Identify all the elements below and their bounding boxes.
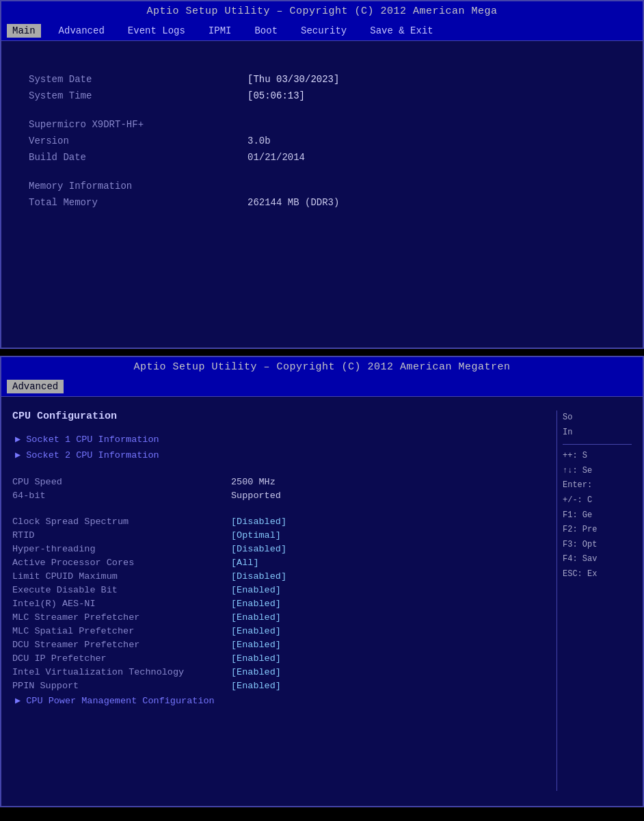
param-mlc-streamer-value: [Enabled] <box>231 612 281 623</box>
top-menu-bar: Main Advanced Event Logs IPMI Boot Secur… <box>1 21 643 41</box>
field-version: Version 3.0b <box>29 135 615 146</box>
param-mlc-streamer-label: MLC Streamer Prefetcher <box>12 612 231 623</box>
sidebar-line-nav2: ↑↓: Se <box>563 464 632 479</box>
param-cpu-speed: CPU Speed 2500 MHz <box>12 477 556 487</box>
field-memory-info: Memory Information <box>29 181 615 192</box>
menu-event-logs[interactable]: Event Logs <box>122 24 191 38</box>
param-mlc-streamer: MLC Streamer Prefetcher [Enabled] <box>12 612 556 623</box>
param-ppin: PPIN Support [Enabled] <box>12 681 556 691</box>
param-clock-spread-value: [Disabled] <box>231 517 286 527</box>
sidebar-line-f4: F4: Sav <box>563 552 632 567</box>
param-64bit-value: Supported <box>231 491 281 501</box>
top-title-text: Aptio Setup Utility – Copyright (C) 2012… <box>146 5 497 17</box>
param-ppin-value: [Enabled] <box>231 681 281 691</box>
bottom-panel: Aptio Setup Utility – Copyright (C) 2012… <box>0 356 644 807</box>
menu-save-exit[interactable]: Save & Exit <box>364 24 438 38</box>
param-rtid-value: [Optimal] <box>231 530 281 540</box>
sidebar-line-plusminus: +/-: C <box>563 493 632 508</box>
sidebar-line-f3: F3: Opt <box>563 538 632 553</box>
menu-main[interactable]: Main <box>7 24 41 38</box>
sidebar-line-f1: F1: Ge <box>563 508 632 523</box>
param-aes-ni: Intel(R) AES-NI [Enabled] <box>12 599 556 609</box>
field-system-date: System Date [Thu 03/30/2023] <box>29 74 615 85</box>
field-total-memory-label: Total Memory <box>29 197 247 208</box>
field-board-model-label: Supermicro X9DRT-HF+ <box>29 119 247 130</box>
bottom-title-bar: Aptio Setup Utility – Copyright (C) 2012… <box>1 357 643 377</box>
sidebar-line-enter: Enter: <box>563 478 632 493</box>
menu-security[interactable]: Security <box>295 24 352 38</box>
sidebar-help: So In ++: S ↑↓: Se Enter: +/-: C F1: Ge … <box>556 410 632 791</box>
param-dcu-ip-value: [Enabled] <box>231 653 281 664</box>
param-mlc-spatial-value: [Enabled] <box>231 626 281 636</box>
param-active-cores: Active Processor Cores [All] <box>12 558 556 568</box>
bottom-content: CPU Configuration Socket 1 CPU Informati… <box>1 397 643 805</box>
config-section-title: CPU Configuration <box>12 410 556 422</box>
param-mlc-spatial: MLC Spatial Prefetcher [Enabled] <box>12 626 556 636</box>
param-rtid-label: RTID <box>12 530 231 540</box>
param-vt-value: [Enabled] <box>231 667 281 677</box>
menu-ipmi[interactable]: IPMI <box>203 24 237 38</box>
field-system-time: System Time [05:06:13] <box>29 90 615 101</box>
param-hyperthreading-value: [Disabled] <box>231 544 286 554</box>
param-64bit-label: 64-bit <box>12 491 231 501</box>
field-board-model: Supermicro X9DRT-HF+ <box>29 119 615 130</box>
top-panel: Aptio Setup Utility – Copyright (C) 2012… <box>0 0 644 349</box>
param-dcu-ip: DCU IP Prefetcher [Enabled] <box>12 653 556 664</box>
param-execute-disable-value: [Enabled] <box>231 585 281 595</box>
field-build-date-label: Build Date <box>29 152 247 163</box>
param-execute-disable-label: Execute Disable Bit <box>12 585 231 595</box>
param-vt-label: Intel Virtualization Technology <box>12 667 231 677</box>
top-content: System Date [Thu 03/30/2023] System Time… <box>1 41 643 346</box>
sidebar-line-so: So <box>563 410 632 426</box>
param-execute-disable: Execute Disable Bit [Enabled] <box>12 585 556 595</box>
sidebar-line-nav1: ++: S <box>563 449 632 464</box>
param-64bit: 64-bit Supported <box>12 491 556 501</box>
param-aes-ni-label: Intel(R) AES-NI <box>12 599 231 609</box>
field-system-date-value: [Thu 03/30/2023] <box>247 74 339 85</box>
submenu-socket2[interactable]: Socket 2 CPU Information <box>12 449 556 460</box>
field-system-time-label: System Time <box>29 90 247 101</box>
field-build-date-value: 01/21/2014 <box>247 152 305 163</box>
param-hyperthreading: Hyper-threading [Disabled] <box>12 544 556 554</box>
sidebar-line-esc: ESC: Ex <box>563 567 632 582</box>
param-limit-cpuid-label: Limit CPUID Maximum <box>12 571 231 582</box>
bottom-tab-advanced[interactable]: Advanced <box>7 380 64 393</box>
param-mlc-spatial-label: MLC Spatial Prefetcher <box>12 626 231 636</box>
field-total-memory-value: 262144 MB (DDR3) <box>247 197 339 208</box>
sidebar-line-in: In <box>563 426 632 441</box>
bottom-menu-bar: Advanced <box>1 377 643 397</box>
field-build-date: Build Date 01/21/2014 <box>29 152 615 163</box>
param-aes-ni-value: [Enabled] <box>231 599 281 609</box>
param-hyperthreading-label: Hyper-threading <box>12 544 231 554</box>
field-version-label: Version <box>29 135 247 146</box>
param-dcu-streamer-value: [Enabled] <box>231 640 281 650</box>
sidebar-divider <box>563 444 632 445</box>
bottom-title-text: Aptio Setup Utility – Copyright (C) 2012… <box>133 361 510 373</box>
param-dcu-streamer: DCU Streamer Prefetcher [Enabled] <box>12 640 556 650</box>
param-limit-cpuid-value: [Disabled] <box>231 571 286 582</box>
param-vt: Intel Virtualization Technology [Enabled… <box>12 667 556 677</box>
param-limit-cpuid: Limit CPUID Maximum [Disabled] <box>12 571 556 582</box>
param-rtid: RTID [Optimal] <box>12 530 556 540</box>
param-dcu-ip-label: DCU IP Prefetcher <box>12 653 231 664</box>
top-title-bar: Aptio Setup Utility – Copyright (C) 2012… <box>1 1 643 21</box>
sidebar-line-f2: F2: Pre <box>563 523 632 538</box>
param-ppin-label: PPIN Support <box>12 681 231 691</box>
param-clock-spread: Clock Spread Spectrum [Disabled] <box>12 517 556 527</box>
param-active-cores-value: [All] <box>231 558 259 568</box>
param-cpu-speed-label: CPU Speed <box>12 477 231 487</box>
param-clock-spread-label: Clock Spread Spectrum <box>12 517 231 527</box>
field-system-time-value: [05:06:13] <box>247 90 305 101</box>
submenu-cpu-power[interactable]: CPU Power Management Configuration <box>12 694 556 706</box>
submenu-socket1[interactable]: Socket 1 CPU Information <box>12 433 556 445</box>
param-cpu-speed-value: 2500 MHz <box>231 477 276 487</box>
menu-advanced[interactable]: Advanced <box>53 24 110 38</box>
field-total-memory: Total Memory 262144 MB (DDR3) <box>29 197 615 208</box>
param-active-cores-label: Active Processor Cores <box>12 558 231 568</box>
field-memory-info-label: Memory Information <box>29 181 247 192</box>
main-content-area: CPU Configuration Socket 1 CPU Informati… <box>12 410 556 791</box>
field-system-date-label: System Date <box>29 74 247 85</box>
param-dcu-streamer-label: DCU Streamer Prefetcher <box>12 640 231 650</box>
menu-boot[interactable]: Boot <box>249 24 283 38</box>
field-version-value: 3.0b <box>247 135 271 146</box>
